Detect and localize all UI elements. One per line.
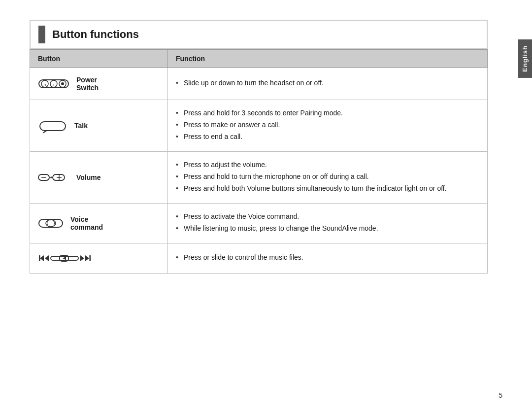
talk-icon — [38, 118, 67, 134]
page-title: Button functions — [52, 28, 139, 41]
list-item: Press to make or answer a call. — [176, 120, 479, 130]
svg-rect-19 — [39, 255, 40, 261]
col-button-header: Button — [30, 50, 168, 68]
svg-point-6 — [61, 82, 64, 85]
svg-marker-20 — [45, 255, 49, 261]
language-tab: English — [518, 39, 532, 78]
button-label-power: PowerSwitch — [76, 76, 99, 92]
title-section: Button functions — [30, 20, 488, 49]
table-row: Press or slide to control the music file… — [30, 243, 488, 274]
function-cell-power: Slide up or down to turn the headset on … — [168, 68, 488, 100]
list-item: Press and hold to turn the microphone on… — [176, 172, 479, 182]
title-accent — [38, 26, 45, 43]
function-cell-volume: Press to adjust the volume. Press and ho… — [168, 152, 488, 204]
list-item: Press to end a call. — [176, 132, 479, 142]
list-item: While listening to music, press to chang… — [176, 223, 479, 234]
function-list-volume: Press to adjust the volume. Press and ho… — [176, 160, 479, 194]
svg-marker-18 — [40, 255, 44, 261]
svg-rect-7 — [40, 122, 66, 131]
list-item: Press to activate the Voice command. — [176, 211, 479, 222]
svg-text:0: 0 — [44, 83, 46, 87]
col-function-header: Function — [168, 50, 488, 68]
button-cell-talk: Talk — [30, 100, 168, 152]
button-cell-music — [30, 243, 168, 274]
music-control-icon — [38, 251, 92, 265]
list-item: Press or slide to control the music file… — [176, 252, 479, 263]
button-label-volume: Volume — [76, 173, 101, 181]
button-inner-power: 0 I PowerSwitch — [38, 76, 160, 92]
svg-marker-25 — [85, 255, 89, 261]
svg-marker-24 — [80, 255, 84, 261]
table-row: Volume Press to adjust the volume. Press… — [30, 152, 488, 204]
button-inner-voice: Voicecommand — [38, 215, 160, 231]
function-list-talk: Press and hold for 3 seconds to enter Pa… — [176, 108, 479, 142]
page-number: 5 — [499, 391, 502, 399]
volume-icon — [38, 171, 69, 184]
page-container: English Button functions Button Function — [0, 0, 532, 414]
power-switch-icon: 0 I — [38, 77, 69, 91]
table-row: 0 I PowerSwitch Slide up or down to turn — [30, 68, 488, 100]
list-item: Press and hold for 3 seconds to enter Pa… — [176, 108, 479, 118]
table-row: Talk Press and hold for 3 seconds to ent… — [30, 100, 488, 152]
function-cell-talk: Press and hold for 3 seconds to enter Pa… — [168, 100, 488, 152]
button-cell-voice: Voicecommand — [30, 204, 168, 243]
button-label-talk: Talk — [74, 122, 88, 130]
function-list-voice: Press to activate the Voice command. Whi… — [176, 211, 479, 234]
table-row: Voicecommand Press to activate the Voice… — [30, 204, 488, 243]
functions-table: Button Function 0 I — [30, 49, 488, 274]
button-label-voice: Voicecommand — [70, 215, 103, 231]
svg-rect-16 — [39, 219, 63, 227]
function-list-power: Slide up or down to turn the headset on … — [176, 78, 479, 88]
table-header-row: Button Function — [30, 50, 488, 68]
list-item: Press to adjust the volume. — [176, 160, 479, 170]
function-cell-music: Press or slide to control the music file… — [168, 243, 488, 274]
svg-marker-23 — [63, 257, 66, 260]
svg-text:I: I — [53, 83, 54, 87]
svg-rect-26 — [90, 255, 91, 261]
button-inner-music — [38, 251, 160, 265]
button-inner-volume: Volume — [38, 171, 160, 184]
function-cell-voice: Press to activate the Voice command. Whi… — [168, 204, 488, 243]
button-inner-talk: Talk — [38, 118, 160, 134]
function-list-music: Press or slide to control the music file… — [176, 252, 479, 263]
button-cell-power: 0 I PowerSwitch — [30, 68, 168, 100]
list-item: Slide up or down to turn the headset on … — [176, 78, 479, 88]
voice-command-icon — [38, 216, 64, 230]
list-item: Press and hold both Volume buttons simul… — [176, 183, 479, 194]
button-cell-volume: Volume — [30, 152, 168, 204]
